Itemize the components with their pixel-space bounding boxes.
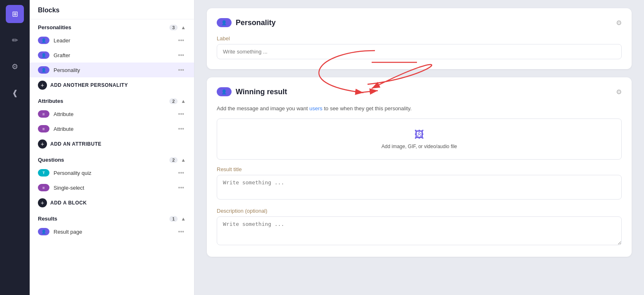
nav-settings-button[interactable]: ⚙ bbox=[6, 58, 24, 76]
blocks-icon: ⊞ bbox=[12, 9, 18, 19]
personality-card-gear-icon[interactable]: ⚙ bbox=[616, 19, 622, 27]
main-content: 👤 Personality ⚙ Label 👤 Winning result ⚙… bbox=[194, 0, 644, 295]
personality-quiz-icon: T bbox=[38, 169, 49, 177]
attribute1-icon: ≡ bbox=[38, 110, 49, 118]
result-page-more-button[interactable]: ••• bbox=[176, 228, 186, 236]
grafter-more-button[interactable]: ••• bbox=[176, 51, 186, 59]
sidebar-item-leader[interactable]: 👤 Leader ••• bbox=[30, 33, 194, 48]
personalities-section-controls: 3 ▲ bbox=[169, 25, 186, 30]
winning-result-card-header: 👤 Winning result ⚙ bbox=[217, 87, 622, 96]
attribute2-icon: ≡ bbox=[38, 125, 49, 132]
winning-result-icon: 👤 bbox=[217, 87, 232, 96]
personality-card: 👤 Personality ⚙ Label bbox=[207, 8, 632, 69]
description-label: Description (optional) bbox=[217, 208, 622, 214]
label-input[interactable] bbox=[217, 44, 622, 59]
attributes-count-badge: 2 bbox=[169, 98, 178, 104]
single-select-label: Single-select bbox=[54, 185, 172, 191]
add-attribute-label: ADD AN ATTRIBUTE bbox=[50, 141, 101, 147]
sidebar-item-result-page[interactable]: 👤 Result page ••• bbox=[30, 224, 194, 239]
sidebar-item-personality[interactable]: 👤 Personality ••• bbox=[30, 63, 194, 77]
winning-result-gear-icon[interactable]: ⚙ bbox=[616, 88, 622, 96]
personalities-chevron-icon: ▲ bbox=[181, 25, 186, 30]
nav-share-button[interactable]: ❰ bbox=[6, 84, 24, 102]
personalities-section-header[interactable]: Personalities 3 ▲ bbox=[30, 19, 194, 33]
personalities-count-badge: 3 bbox=[169, 25, 178, 30]
result-title-label: Result title bbox=[217, 166, 622, 172]
add-attribute-icon: + bbox=[38, 139, 47, 149]
result-page-label: Result page bbox=[54, 229, 172, 235]
attribute1-more-button[interactable]: ••• bbox=[176, 110, 186, 118]
personality-card-icon: 👤 bbox=[217, 18, 232, 27]
questions-section-label: Questions bbox=[38, 157, 64, 163]
personality-card-title-row: 👤 Personality bbox=[217, 18, 276, 27]
pencil-icon: ✏ bbox=[12, 36, 18, 45]
grafter-icon: 👤 bbox=[38, 51, 49, 59]
share-icon: ❰ bbox=[12, 88, 18, 98]
label-field-label: Label bbox=[217, 35, 622, 42]
results-section-label: Results bbox=[38, 216, 57, 222]
media-upload-area[interactable]: 🖼 Add image, GIF, or video/audio file bbox=[217, 118, 622, 160]
result-title-input[interactable] bbox=[217, 175, 622, 200]
add-personality-label: ADD ANOTHER PERSONALITY bbox=[50, 82, 128, 88]
attributes-section-header[interactable]: Attributes 2 ▲ bbox=[30, 93, 194, 107]
sidebar-item-attribute-1[interactable]: ≡ Attribute ••• bbox=[30, 107, 194, 121]
add-block-label: ADD A BLOCK bbox=[50, 200, 87, 206]
attribute1-label: Attribute bbox=[54, 111, 172, 117]
add-personality-icon: + bbox=[38, 81, 47, 90]
sidebar-item-attribute-2[interactable]: ≡ Attribute ••• bbox=[30, 121, 194, 136]
single-select-icon: ≡ bbox=[38, 184, 49, 191]
leader-more-button[interactable]: ••• bbox=[176, 36, 186, 44]
personality-label: Personality bbox=[54, 67, 172, 73]
personalities-section-label: Personalities bbox=[38, 24, 71, 30]
attribute2-label: Attribute bbox=[54, 126, 172, 132]
add-personality-button[interactable]: + ADD ANOTHER PERSONALITY bbox=[30, 77, 194, 93]
result-page-icon: 👤 bbox=[38, 228, 49, 235]
add-block-button[interactable]: + ADD A BLOCK bbox=[30, 195, 194, 211]
attribute2-more-button[interactable]: ••• bbox=[176, 125, 186, 133]
winning-result-title: Winning result bbox=[236, 88, 287, 96]
results-chevron-icon: ▲ bbox=[181, 216, 186, 222]
nav-edit-button[interactable]: ✏ bbox=[6, 31, 24, 49]
personality-card-header: 👤 Personality ⚙ bbox=[217, 18, 622, 27]
description-input[interactable] bbox=[217, 216, 622, 245]
leader-label: Leader bbox=[54, 37, 172, 44]
personality-quiz-more-button[interactable]: ••• bbox=[176, 169, 186, 177]
winning-result-card: 👤 Winning result ⚙ Add the message and i… bbox=[207, 77, 632, 257]
leader-icon: 👤 bbox=[38, 37, 49, 44]
settings-gear-icon: ⚙ bbox=[12, 62, 18, 71]
attributes-section-label: Attributes bbox=[38, 98, 63, 104]
results-count-badge: 1 bbox=[169, 216, 178, 222]
questions-section-header[interactable]: Questions 2 ▲ bbox=[30, 152, 194, 165]
sidebar-item-personality-quiz[interactable]: T Personality quiz ••• bbox=[30, 165, 194, 180]
personality-card-title: Personality bbox=[236, 19, 276, 27]
personality-more-button[interactable]: ••• bbox=[176, 66, 186, 74]
nav-blocks-button[interactable]: ⊞ bbox=[6, 5, 24, 23]
description-highlight: users bbox=[309, 105, 323, 111]
attributes-chevron-icon: ▲ bbox=[181, 98, 186, 104]
media-upload-label: Add image, GIF, or video/audio file bbox=[382, 144, 457, 149]
winning-result-title-row: 👤 Winning result bbox=[217, 87, 287, 96]
image-upload-icon: 🖼 bbox=[415, 129, 424, 140]
questions-chevron-icon: ▲ bbox=[181, 157, 186, 163]
sidebar-item-grafter[interactable]: 👤 Grafter ••• bbox=[30, 48, 194, 63]
add-block-icon: + bbox=[38, 198, 47, 207]
personality-icon: 👤 bbox=[38, 66, 49, 74]
sidebar: Blocks Personalities 3 ▲ 👤 Leader ••• 👤 … bbox=[30, 0, 194, 295]
sidebar-item-single-select[interactable]: ≡ Single-select ••• bbox=[30, 180, 194, 195]
winning-result-description: Add the message and image you want users… bbox=[217, 105, 622, 113]
left-nav: ⊞ ✏ ⚙ ❰ bbox=[0, 0, 30, 295]
personality-quiz-label: Personality quiz bbox=[54, 170, 172, 176]
sidebar-title: Blocks bbox=[30, 0, 194, 19]
results-section-header[interactable]: Results 1 ▲ bbox=[30, 211, 194, 224]
single-select-more-button[interactable]: ••• bbox=[176, 184, 186, 192]
questions-count-badge: 2 bbox=[169, 157, 178, 163]
add-attribute-button[interactable]: + ADD AN ATTRIBUTE bbox=[30, 136, 194, 152]
grafter-label: Grafter bbox=[54, 52, 172, 58]
